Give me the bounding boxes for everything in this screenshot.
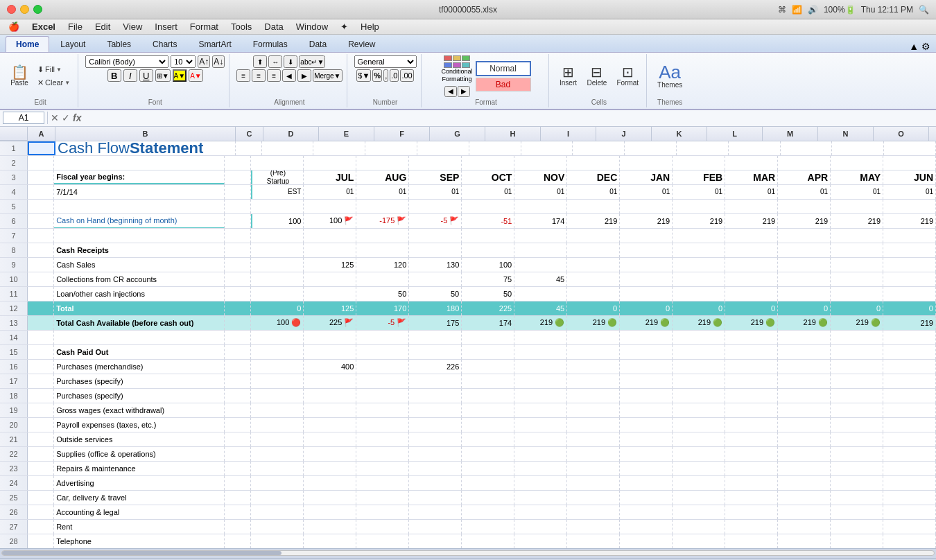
align-left-button[interactable]: ≡: [236, 69, 250, 82]
menu-file[interactable]: File: [62, 20, 88, 33]
loan-label[interactable]: Loan/other cash injections: [54, 287, 225, 301]
jun-header[interactable]: JUN: [883, 170, 936, 184]
row-header-22[interactable]: 22: [0, 447, 28, 461]
highlight-button[interactable]: A▼: [173, 69, 187, 82]
row-header-5[interactable]: 5: [0, 200, 28, 213]
cf-next-button[interactable]: ▶: [458, 86, 470, 97]
indent-increase-button[interactable]: ▶: [297, 69, 311, 82]
maximize-button[interactable]: [33, 5, 42, 14]
tab-home[interactable]: Home: [6, 36, 49, 52]
tab-charts[interactable]: Charts: [142, 36, 187, 52]
cell-g1[interactable]: [417, 141, 469, 155]
menu-format[interactable]: Format: [184, 20, 224, 33]
tab-review[interactable]: Review: [338, 36, 385, 52]
row-header-26[interactable]: 26: [0, 505, 28, 519]
menu-help[interactable]: Help: [355, 20, 385, 33]
row-header-12[interactable]: 12: [0, 301, 28, 315]
row-header-13[interactable]: 13: [0, 316, 28, 330]
fx-icon[interactable]: fx: [73, 112, 81, 123]
cell-l1[interactable]: [677, 141, 729, 155]
cell-a2[interactable]: [28, 156, 54, 170]
row-header-19[interactable]: 19: [0, 403, 28, 417]
fiscal-year-label[interactable]: Fiscal year begins:: [54, 170, 225, 184]
row-header-21[interactable]: 21: [0, 432, 28, 446]
row-header-25[interactable]: 25: [0, 491, 28, 505]
col-header-b[interactable]: B: [55, 127, 236, 141]
confirm-formula-icon[interactable]: ✓: [62, 112, 70, 123]
row-header-15[interactable]: 15: [0, 345, 28, 359]
tab-smartart[interactable]: SmartArt: [188, 36, 241, 52]
menu-sparkline[interactable]: ✦: [335, 20, 354, 33]
italic-button[interactable]: I: [123, 69, 137, 82]
pre-startup-header[interactable]: (Pre)Startup: [251, 170, 304, 184]
tab-layout[interactable]: Layout: [50, 36, 96, 52]
decimal-increase-button[interactable]: .0: [390, 69, 399, 82]
align-right-button[interactable]: ≡: [267, 69, 281, 82]
feb-header[interactable]: FEB: [673, 170, 725, 184]
col-header-g[interactable]: G: [430, 127, 485, 141]
font-size-select[interactable]: 10: [171, 55, 196, 68]
tab-data[interactable]: Data: [299, 36, 337, 52]
cell-h1[interactable]: [469, 141, 521, 155]
align-top-button[interactable]: ⬆: [253, 55, 267, 68]
row-header-18[interactable]: 18: [0, 389, 28, 403]
row-header-3[interactable]: 3: [0, 170, 28, 184]
minimize-button[interactable]: [20, 5, 29, 14]
currency-button[interactable]: $▼: [356, 69, 371, 82]
dec-header[interactable]: DEC: [567, 170, 620, 184]
align-bottom-button[interactable]: ⬇: [284, 55, 297, 68]
format-button[interactable]: ⊡ Format: [613, 63, 642, 89]
horizontal-scrollbar[interactable]: [0, 548, 936, 558]
col-header-l[interactable]: L: [707, 127, 763, 141]
format-style-bad[interactable]: Bad: [476, 78, 531, 91]
nov-header[interactable]: NOV: [514, 170, 567, 184]
col-header-k[interactable]: K: [652, 127, 707, 141]
number-format-select[interactable]: General: [354, 55, 417, 68]
wrap-text-button[interactable]: abc↵▼: [299, 55, 325, 68]
menu-insert[interactable]: Insert: [149, 20, 183, 33]
search-icon[interactable]: 🔍: [919, 5, 929, 15]
formula-input[interactable]: [84, 112, 933, 123]
cell-p1[interactable]: [884, 141, 936, 155]
tab-formulas[interactable]: Formulas: [243, 36, 298, 52]
collections-label[interactable]: Collections from CR accounts: [54, 272, 225, 286]
aug-header[interactable]: AUG: [356, 170, 409, 184]
col-header-d[interactable]: D: [263, 127, 319, 141]
total-label[interactable]: Total: [54, 301, 225, 315]
conditional-formatting-button[interactable]: ConditionalFormatting: [441, 55, 472, 83]
menu-excel[interactable]: Excel: [26, 20, 61, 33]
apr-header[interactable]: APR: [778, 170, 831, 184]
total-cash-available-label[interactable]: Total Cash Available (before cash out): [54, 316, 225, 330]
cell-a1[interactable]: [28, 141, 55, 155]
delete-button[interactable]: ⊟ Delete: [584, 63, 611, 89]
ribbon-collapse-icon[interactable]: ▲: [909, 41, 919, 52]
col-header-p[interactable]: P: [929, 127, 936, 141]
row-header-9[interactable]: 9: [0, 258, 28, 272]
comma-button[interactable]: ,: [383, 69, 388, 82]
menu-apple[interactable]: 🍎: [3, 20, 25, 33]
insert-button[interactable]: ⊞ Insert: [556, 63, 581, 89]
row-header-4[interactable]: 4: [0, 185, 28, 199]
themes-button[interactable]: Aa Themes: [654, 61, 686, 91]
mar-header[interactable]: MAR: [725, 170, 778, 184]
font-size-increase[interactable]: A↑: [198, 55, 210, 68]
oct-header[interactable]: OCT: [462, 170, 514, 184]
cell-n1[interactable]: [781, 141, 833, 155]
scrollbar-thumb[interactable]: [2, 551, 281, 555]
row-header-1[interactable]: 1: [0, 141, 28, 155]
col-header-m[interactable]: M: [763, 127, 818, 141]
font-name-select[interactable]: Calibri (Body): [85, 55, 168, 68]
menu-view[interactable]: View: [117, 20, 148, 33]
row-header-27[interactable]: 27: [0, 520, 28, 534]
cell-m1[interactable]: [729, 141, 781, 155]
col-header-h[interactable]: H: [485, 127, 541, 141]
cell-d1[interactable]: [262, 141, 314, 155]
fill-button[interactable]: ⬇ Fill ▼: [34, 64, 73, 76]
border-button[interactable]: ⊞▼: [155, 69, 171, 82]
indent-decrease-button[interactable]: ◀: [282, 69, 296, 82]
cf-prev-button[interactable]: ◀: [444, 86, 457, 97]
sep-header[interactable]: SEP: [409, 170, 462, 184]
font-size-decrease[interactable]: A↓: [212, 55, 225, 68]
ribbon-options-icon[interactable]: ⚙: [921, 41, 930, 52]
cancel-formula-icon[interactable]: ✕: [51, 112, 59, 123]
